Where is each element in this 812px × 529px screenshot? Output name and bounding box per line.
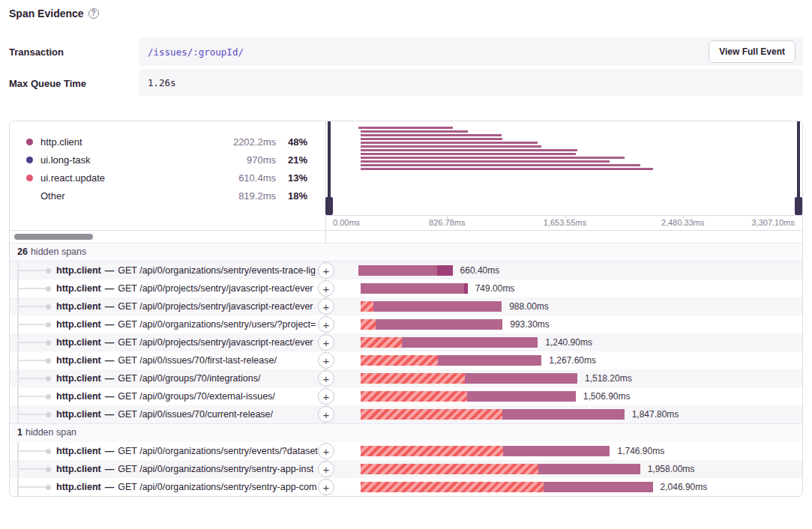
minimap-span-bar bbox=[361, 130, 467, 133]
legend-duration: 970ms bbox=[247, 154, 276, 166]
span-row-bar-cell: 1,267.60ms bbox=[326, 351, 802, 369]
span-duration-bar[interactable] bbox=[361, 337, 538, 348]
expand-span-button[interactable]: + bbox=[318, 370, 334, 387]
minimap[interactable] bbox=[326, 121, 802, 215]
span-duration-bar[interactable] bbox=[361, 482, 652, 492]
view-full-event-button[interactable]: View Full Event bbox=[709, 40, 796, 63]
tree-connector-dot bbox=[46, 322, 51, 327]
expand-span-button[interactable]: + bbox=[318, 298, 334, 315]
transaction-value[interactable]: /issues/:groupId/ bbox=[148, 46, 244, 58]
span-row-bar-cell: 1,518.20ms bbox=[326, 369, 802, 387]
span-duration-bar[interactable] bbox=[361, 301, 502, 312]
span-duration-label: 988.00ms bbox=[509, 297, 549, 315]
span-operation: http.client bbox=[56, 373, 101, 384]
expand-span-button[interactable]: + bbox=[318, 461, 334, 477]
span-row[interactable]: http.client—GET /api/0/projects/sentry/j… bbox=[10, 297, 802, 315]
span-operation: http.client bbox=[56, 319, 101, 330]
span-separator: — bbox=[105, 265, 115, 276]
span-row-description-cell: http.client—GET /api/0/groups/70/externa… bbox=[10, 387, 326, 405]
axis-tick-label: 826.78ms bbox=[429, 218, 465, 227]
hidden-spans-row[interactable]: 1hidden span bbox=[10, 423, 802, 442]
span-duration-bar[interactable] bbox=[361, 283, 467, 294]
span-row-description-cell: http.client—GET /api/0/issues/70/first-l… bbox=[10, 351, 326, 369]
expand-span-button[interactable]: + bbox=[318, 352, 334, 369]
span-url: GET /api/0/groups/70/external-issues/ bbox=[118, 391, 275, 402]
minimap-span-bar bbox=[358, 127, 453, 129]
span-url: GET /api/0/organizations/sentry/users/?p… bbox=[118, 319, 316, 330]
span-duration-bar[interactable] bbox=[361, 319, 502, 330]
span-row[interactable]: http.client—GET /api/0/organizations/sen… bbox=[10, 442, 802, 460]
queue-time-segment bbox=[361, 319, 376, 330]
span-duration-label: 660.40ms bbox=[460, 262, 500, 279]
span-url: GET /api/0/projects/sentry/javascript-re… bbox=[118, 283, 313, 294]
span-row[interactable]: http.client—GET /api/0/issues/70/current… bbox=[10, 405, 802, 423]
span-separator: — bbox=[105, 464, 115, 474]
legend-item: http.client 2202.2ms 48% bbox=[10, 133, 325, 151]
span-row[interactable]: http.client—GET /api/0/organizations/sen… bbox=[10, 315, 802, 333]
legend-percentage: 18% bbox=[276, 190, 307, 202]
hidden-spans-row[interactable]: 26hidden spans bbox=[10, 243, 802, 262]
span-row[interactable]: http.client—GET /api/0/organizations/sen… bbox=[10, 460, 802, 478]
minimap-span-bar bbox=[361, 145, 541, 148]
tree-connector-dot bbox=[46, 449, 51, 454]
legend-item: ui.long-task 970ms 21% bbox=[10, 151, 325, 169]
span-duration-bar[interactable] bbox=[361, 446, 610, 456]
legend-dot bbox=[26, 193, 33, 199]
span-duration-bar[interactable] bbox=[361, 391, 576, 402]
span-duration-bar[interactable] bbox=[361, 464, 640, 474]
expand-span-button[interactable]: + bbox=[318, 280, 334, 297]
span-row-description-cell: http.client—GET /api/0/projects/sentry/j… bbox=[10, 333, 326, 351]
minimap-span-bar bbox=[361, 142, 538, 144]
horizontal-scrollbar[interactable] bbox=[14, 234, 93, 240]
legend-name: ui.react.update bbox=[40, 172, 238, 184]
span-row-bar-cell: 749.00ms bbox=[326, 279, 802, 297]
help-icon[interactable]: ? bbox=[88, 8, 99, 19]
span-row[interactable]: http.client—GET /api/0/organizations/sen… bbox=[10, 262, 802, 279]
span-row[interactable]: http.client—GET /api/0/projects/sentry/j… bbox=[10, 333, 802, 351]
viewport-right-grip[interactable] bbox=[795, 197, 802, 215]
span-operation: http.client bbox=[56, 283, 101, 294]
span-duration-bar[interactable] bbox=[361, 373, 577, 384]
span-url: GET /api/0/groups/70/integrations/ bbox=[118, 373, 260, 384]
max-queue-time-value-box: 1.26s bbox=[139, 69, 803, 96]
span-row-description-cell: http.client—GET /api/0/organizations/sen… bbox=[10, 315, 326, 333]
span-operation: http.client bbox=[56, 446, 101, 456]
span-row-description-cell: http.client—GET /api/0/issues/70/current… bbox=[10, 405, 326, 423]
span-duration-bar[interactable] bbox=[361, 409, 624, 420]
queue-time-segment bbox=[361, 373, 465, 384]
expand-span-button[interactable]: + bbox=[318, 388, 334, 405]
expand-span-button[interactable]: + bbox=[318, 406, 334, 423]
span-row[interactable]: http.client—GET /api/0/groups/70/integra… bbox=[10, 369, 802, 387]
tree-connector-horizontal bbox=[17, 378, 47, 379]
span-duration-bar[interactable] bbox=[361, 355, 541, 366]
span-description: http.client—GET /api/0/projects/sentry/j… bbox=[56, 333, 321, 351]
span-duration-label: 1,746.90ms bbox=[617, 442, 664, 460]
span-description: http.client—GET /api/0/issues/70/first-l… bbox=[56, 351, 321, 369]
span-row[interactable]: http.client—GET /api/0/issues/70/first-l… bbox=[10, 351, 802, 369]
span-operation: http.client bbox=[56, 355, 101, 366]
expand-span-button[interactable]: + bbox=[318, 262, 334, 279]
span-row[interactable]: http.client—GET /api/0/groups/70/externa… bbox=[10, 387, 802, 405]
axis-tick-label: 2,480.33ms bbox=[661, 218, 704, 227]
span-row[interactable]: http.client—GET /api/0/projects/sentry/j… bbox=[10, 279, 802, 297]
span-row-bar-cell: 1,847.80ms bbox=[326, 405, 802, 423]
viewport-left-handle[interactable] bbox=[328, 121, 331, 215]
expand-span-button[interactable]: + bbox=[318, 334, 334, 351]
viewport-right-handle[interactable] bbox=[797, 121, 800, 215]
span-separator: — bbox=[105, 337, 115, 348]
span-row-description-cell: http.client—GET /api/0/organizations/sen… bbox=[10, 478, 326, 496]
expand-span-button[interactable]: + bbox=[318, 479, 334, 495]
queue-time-segment bbox=[361, 464, 538, 474]
span-duration-bar[interactable] bbox=[358, 265, 453, 276]
viewport-left-grip[interactable] bbox=[325, 197, 333, 215]
hidden-spans-count: 26 bbox=[17, 247, 28, 257]
span-separator: — bbox=[105, 283, 115, 294]
span-operation: http.client bbox=[56, 265, 101, 276]
span-duration-label: 1,847.80ms bbox=[632, 405, 679, 423]
pane-divider bbox=[325, 231, 326, 243]
span-row[interactable]: http.client—GET /api/0/organizations/sen… bbox=[10, 478, 802, 496]
expand-span-button[interactable]: + bbox=[318, 443, 334, 459]
legend-name: ui.long-task bbox=[40, 154, 247, 166]
tree-connector-dot bbox=[46, 340, 51, 345]
expand-span-button[interactable]: + bbox=[318, 316, 334, 333]
